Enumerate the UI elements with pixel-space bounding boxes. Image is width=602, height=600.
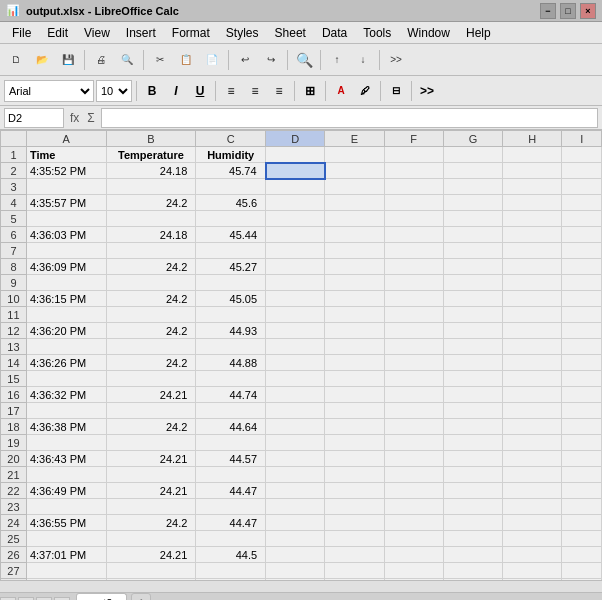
cell-h6[interactable]	[503, 227, 562, 243]
cell-f1[interactable]	[384, 147, 443, 163]
cell-e21[interactable]	[325, 467, 384, 483]
cell-i13[interactable]	[562, 339, 602, 355]
row-header-19[interactable]: 19	[1, 435, 27, 451]
cell-a25[interactable]	[26, 531, 106, 547]
cell-g2[interactable]	[443, 163, 502, 179]
cell-e14[interactable]	[325, 355, 384, 371]
row-header-23[interactable]: 23	[1, 499, 27, 515]
redo-button[interactable]: ↪	[259, 48, 283, 72]
cell-h24[interactable]	[503, 515, 562, 531]
cell-i10[interactable]	[562, 291, 602, 307]
tab-first-button[interactable]: |◀	[0, 597, 16, 601]
cell-g20[interactable]	[443, 451, 502, 467]
cell-d2[interactable]	[266, 163, 325, 179]
cell-h12[interactable]	[503, 323, 562, 339]
cell-g15[interactable]	[443, 371, 502, 387]
cell-b6[interactable]: 24.18	[106, 227, 196, 243]
cell-c3[interactable]	[196, 179, 266, 195]
cell-c18[interactable]: 44.64	[196, 419, 266, 435]
cell-a11[interactable]	[26, 307, 106, 323]
formula-input[interactable]	[101, 108, 598, 128]
row-header-17[interactable]: 17	[1, 403, 27, 419]
cell-c16[interactable]: 44.74	[196, 387, 266, 403]
cell-a17[interactable]	[26, 403, 106, 419]
align-center-button[interactable]: ≡	[244, 80, 266, 102]
cell-g1[interactable]	[443, 147, 502, 163]
cell-g27[interactable]	[443, 563, 502, 579]
cell-a16[interactable]: 4:36:32 PM	[26, 387, 106, 403]
cell-b15[interactable]	[106, 371, 196, 387]
cell-i3[interactable]	[562, 179, 602, 195]
sheet-tab-out2[interactable]: out2	[76, 593, 127, 600]
tab-prev-button[interactable]: ◀	[18, 597, 34, 601]
cell-a10[interactable]: 4:36:15 PM	[26, 291, 106, 307]
save-button[interactable]: 💾	[56, 48, 80, 72]
cell-b2[interactable]: 24.18	[106, 163, 196, 179]
tab-next-button[interactable]: ▶	[36, 597, 52, 601]
cell-b24[interactable]: 24.2	[106, 515, 196, 531]
sort-asc-button[interactable]: ↑	[325, 48, 349, 72]
row-header-10[interactable]: 10	[1, 291, 27, 307]
cell-e25[interactable]	[325, 531, 384, 547]
horizontal-scrollbar[interactable]	[0, 580, 602, 592]
cell-h26[interactable]	[503, 547, 562, 563]
paste-button[interactable]: 📄	[200, 48, 224, 72]
cell-a21[interactable]	[26, 467, 106, 483]
print-preview-button[interactable]: 🔍	[115, 48, 139, 72]
cell-e1[interactable]	[325, 147, 384, 163]
merge-button[interactable]: ⊞	[299, 80, 321, 102]
col-header-E[interactable]: E	[325, 131, 384, 147]
cell-f5[interactable]	[384, 211, 443, 227]
cell-f27[interactable]	[384, 563, 443, 579]
cell-g4[interactable]	[443, 195, 502, 211]
cell-i6[interactable]	[562, 227, 602, 243]
cell-e24[interactable]	[325, 515, 384, 531]
cell-e17[interactable]	[325, 403, 384, 419]
cell-h18[interactable]	[503, 419, 562, 435]
sum-icon[interactable]: Σ	[85, 111, 96, 125]
cell-f15[interactable]	[384, 371, 443, 387]
cell-c24[interactable]: 44.47	[196, 515, 266, 531]
cell-h19[interactable]	[503, 435, 562, 451]
cell-d21[interactable]	[266, 467, 325, 483]
cell-i19[interactable]	[562, 435, 602, 451]
underline-button[interactable]: U	[189, 80, 211, 102]
cell-b10[interactable]: 24.2	[106, 291, 196, 307]
row-header-16[interactable]: 16	[1, 387, 27, 403]
cell-i20[interactable]	[562, 451, 602, 467]
cell-f7[interactable]	[384, 243, 443, 259]
cell-h4[interactable]	[503, 195, 562, 211]
cell-h11[interactable]	[503, 307, 562, 323]
cell-h16[interactable]	[503, 387, 562, 403]
cell-e6[interactable]	[325, 227, 384, 243]
cell-d28[interactable]	[266, 579, 325, 581]
highlight-button[interactable]: 🖊	[354, 80, 376, 102]
cell-h27[interactable]	[503, 563, 562, 579]
cell-d25[interactable]	[266, 531, 325, 547]
find-button[interactable]: 🔍	[292, 48, 316, 72]
cell-a28[interactable]: 4:37:06 PM	[26, 579, 106, 581]
cell-h1[interactable]	[503, 147, 562, 163]
cell-a24[interactable]: 4:36:55 PM	[26, 515, 106, 531]
cell-d23[interactable]	[266, 499, 325, 515]
cell-b23[interactable]	[106, 499, 196, 515]
cell-c12[interactable]: 44.93	[196, 323, 266, 339]
cell-g18[interactable]	[443, 419, 502, 435]
cell-i15[interactable]	[562, 371, 602, 387]
align-right-button[interactable]: ≡	[268, 80, 290, 102]
cell-h8[interactable]	[503, 259, 562, 275]
col-header-F[interactable]: F	[384, 131, 443, 147]
close-button[interactable]: ×	[580, 3, 596, 19]
cell-b11[interactable]	[106, 307, 196, 323]
cell-h25[interactable]	[503, 531, 562, 547]
minimize-button[interactable]: −	[540, 3, 556, 19]
cell-b27[interactable]	[106, 563, 196, 579]
cell-e15[interactable]	[325, 371, 384, 387]
cell-i17[interactable]	[562, 403, 602, 419]
cell-b14[interactable]: 24.2	[106, 355, 196, 371]
col-header-D[interactable]: D	[266, 131, 325, 147]
menu-item-tools[interactable]: Tools	[355, 24, 399, 42]
cell-c25[interactable]	[196, 531, 266, 547]
cell-h13[interactable]	[503, 339, 562, 355]
cell-d27[interactable]	[266, 563, 325, 579]
